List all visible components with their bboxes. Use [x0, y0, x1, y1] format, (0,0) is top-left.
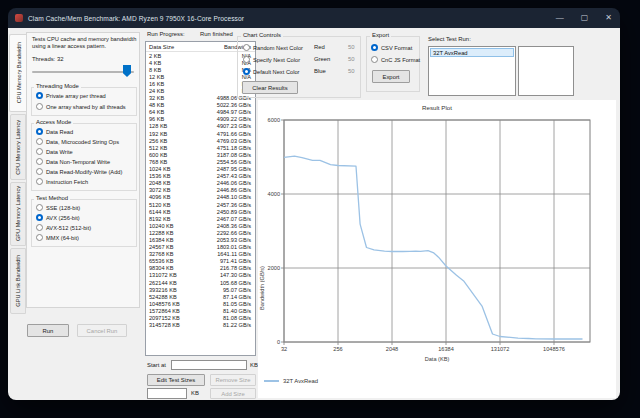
radio-icon	[36, 138, 43, 145]
run-button[interactable]: Run	[27, 324, 69, 337]
info-box[interactable]	[518, 46, 574, 96]
radio-icon	[36, 103, 43, 110]
maximize-button[interactable]: ▢	[581, 14, 589, 22]
table-row[interactable]: 64 KB4984.97 GB/s	[146, 109, 255, 116]
clear-results-button[interactable]: Clear Results	[242, 81, 298, 94]
start-at-unit: KB	[250, 362, 258, 368]
radio-data-read[interactable]: Data Read	[36, 128, 73, 135]
table-row[interactable]: 1048576 KB81.05 GB/s	[146, 300, 255, 307]
tab-gpu-link-bandwidth[interactable]: GPU Link Bandwidth	[10, 248, 26, 314]
radio-csv-format[interactable]: CSV Format	[371, 44, 412, 51]
svg-text:1048576: 1048576	[543, 346, 565, 352]
edit-test-sizes-button[interactable]: Edit Test Sizes	[147, 374, 205, 386]
add-size-unit: KB	[191, 390, 199, 396]
table-row[interactable]: 768 KB2554.56 GB/s	[146, 158, 255, 165]
blue-value[interactable]: 50	[348, 68, 355, 74]
blue-label: Blue	[314, 68, 326, 74]
radio-avx-512[interactable]: AVX-512 (512-bit)	[36, 224, 91, 231]
radio-data-non-temporal-write[interactable]: Data Non-Temporal Write	[36, 158, 110, 165]
y-axis-label: Bandwidth (GB/s)	[259, 170, 265, 310]
table-row[interactable]: 5120 KB2457.36 GB/s	[146, 201, 255, 208]
cancel-run-button[interactable]: Cancel Run	[77, 324, 127, 337]
svg-text:32: 32	[281, 346, 287, 352]
table-row[interactable]: 8192 KB2467.07 GB/s	[146, 215, 255, 222]
threads-slider-track[interactable]	[32, 71, 134, 73]
table-row[interactable]: 1572864 KB81.40 GB/s	[146, 307, 255, 314]
radio-private-array-per-thread[interactable]: Private array per thread	[36, 92, 106, 99]
test-method-caption: Test Method	[34, 195, 70, 201]
svg-text:131072: 131072	[491, 346, 510, 352]
table-row[interactable]: 2048 KB2446.06 GB/s	[146, 180, 255, 187]
table-row[interactable]: 16384 KB2053.93 GB/s	[146, 236, 255, 243]
table-row[interactable]: 98304 KB216.78 GB/s	[146, 265, 255, 272]
start-at-label: Start at	[147, 362, 166, 368]
radio-avx-256[interactable]: AVX (256-bit)	[36, 214, 80, 221]
table-row[interactable]: 192 KB4791.66 GB/s	[146, 130, 255, 137]
table-row[interactable]: 128 KB4907.23 GB/s	[146, 123, 255, 130]
radio-specify-next-color[interactable]: Specify Next Color	[243, 56, 300, 63]
radio-random-next-color[interactable]: Random Next Color	[243, 44, 303, 51]
radio-instruction-fetch[interactable]: Instruction Fetch	[36, 178, 88, 185]
red-value[interactable]: 50	[348, 44, 355, 50]
radio-default-next-color[interactable]: Default Next Color	[243, 68, 299, 75]
table-row[interactable]: 600 KB3187.08 GB/s	[146, 151, 255, 158]
table-row[interactable]: 262144 KB105.68 GB/s	[146, 279, 255, 286]
radio-data-microcoded-string-ops[interactable]: Data, Microcoded String Ops	[36, 138, 119, 145]
threads-slider-thumb[interactable]	[123, 65, 131, 77]
threading-mode-caption: Threading Mode	[34, 83, 81, 89]
radio-icon	[36, 204, 43, 211]
table-row[interactable]: 65536 KB971.41 GB/s	[146, 258, 255, 265]
access-mode-caption: Access Mode	[34, 119, 73, 125]
table-row[interactable]: 6144 KB2450.89 GB/s	[146, 208, 255, 215]
add-size-button[interactable]: Add Size	[210, 388, 256, 399]
table-row[interactable]: 96 KB4909.22 GB/s	[146, 116, 255, 123]
minimize-button[interactable]: —	[556, 14, 564, 22]
chart-legend: 32T AvxRead	[264, 378, 318, 384]
test-run-item[interactable]: 32T AvxRead	[430, 48, 514, 57]
test-run-listbox[interactable]: 32T AvxRead	[428, 46, 516, 96]
table-row[interactable]: 3072 KB2446.86 GB/s	[146, 187, 255, 194]
table-row[interactable]: 4096 KB2448.10 GB/s	[146, 194, 255, 201]
column-data-size[interactable]: Data Size	[146, 44, 174, 50]
close-button[interactable]: ✕	[605, 14, 612, 22]
legend-label: 32T AvxRead	[283, 378, 318, 384]
add-size-input[interactable]	[147, 388, 187, 399]
radio-cnc-js-format[interactable]: CnC JS Format	[371, 56, 420, 63]
remove-size-button[interactable]: Remove Size	[210, 374, 256, 386]
start-at-input[interactable]	[171, 360, 247, 370]
table-row[interactable]: 32768 KB1641.11 GB/s	[146, 251, 255, 258]
plot-canvas: 3225620481638413107210485760200040006000	[258, 100, 616, 398]
radio-icon	[243, 44, 250, 51]
table-row[interactable]: 512 KB4751.18 GB/s	[146, 144, 255, 151]
table-row[interactable]: 12288 KB2292.66 GB/s	[146, 229, 255, 236]
run-progress-value: Run finished	[200, 31, 233, 37]
table-row[interactable]: 10240 KB2408.36 GB/s	[146, 222, 255, 229]
table-row[interactable]: 1536 KB2457.43 GB/s	[146, 173, 255, 180]
x-axis-label: Data (KB)	[284, 356, 590, 362]
table-row[interactable]: 256 KB4769.03 GB/s	[146, 137, 255, 144]
radio-icon	[36, 148, 43, 155]
legend-swatch	[264, 380, 279, 382]
tab-cpu-memory-latency[interactable]: CPU Memory Latency	[10, 114, 26, 180]
table-row[interactable]: 2097152 KB81.08 GB/s	[146, 314, 255, 321]
radio-sse-128[interactable]: SSE (128-bit)	[36, 204, 80, 211]
green-value[interactable]: 50	[348, 56, 355, 62]
table-row[interactable]: 3145728 KB81.22 GB/s	[146, 322, 255, 329]
table-row[interactable]: 48 KB5022.36 GB/s	[146, 102, 255, 109]
radio-one-array-shared[interactable]: One array shared by all threads	[36, 103, 126, 110]
title-bar[interactable]: Clam Cache/Mem Benchmark: AMD Ryzen 9 79…	[8, 8, 620, 28]
table-row[interactable]: 131072 KB147.30 GB/s	[146, 272, 255, 279]
svg-text:6000: 6000	[268, 117, 280, 123]
radio-icon	[371, 44, 378, 51]
export-button[interactable]: Export	[372, 70, 410, 83]
radio-mmx-64[interactable]: MMX (64-bit)	[36, 234, 79, 241]
table-row[interactable]: 24567 KB1803.01 GB/s	[146, 244, 255, 251]
table-row[interactable]: 393216 KB95.07 GB/s	[146, 286, 255, 293]
radio-data-write[interactable]: Data Write	[36, 148, 73, 155]
tab-cpu-memory-bandwidth[interactable]: CPU Memory Bandwidth	[9, 34, 27, 112]
table-row[interactable]: 1024 KB2487.95 GB/s	[146, 166, 255, 173]
table-row[interactable]: 524288 KB87.14 GB/s	[146, 293, 255, 300]
export-caption: Export	[370, 32, 391, 38]
radio-data-read-modify-write[interactable]: Data Read-Modify-Write (Add)	[36, 168, 122, 175]
tab-gpu-memory-latency[interactable]: GPU Memory Latency	[10, 182, 26, 246]
